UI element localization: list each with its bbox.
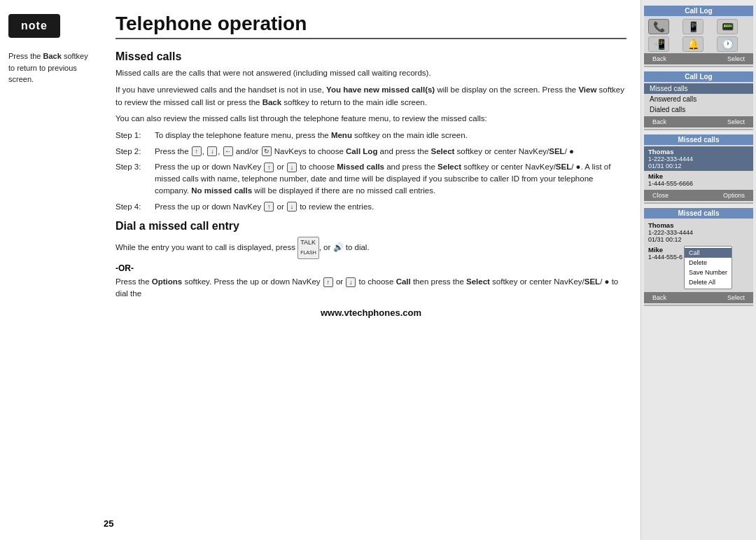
right-panel-inner: Call Log 📞 📱 📟 📲 🔔 🕐 Back Select Call Lo… [641,0,756,540]
page-number: 25 [104,518,113,529]
widget4-select-btn[interactable]: Select [723,293,749,302]
call-num-thomas-2: 1-222-333-4444 [648,229,749,236]
widget3-buttons: Close Options [644,190,753,201]
option-call[interactable]: Call [685,248,732,258]
step-3-label: Step 3: [115,161,149,198]
step-3: Step 3: Press the up or down NavKey ↑ or… [115,161,626,198]
widget1-back-btn[interactable]: Back [648,55,671,63]
icon-cell-1[interactable]: 📞 [648,19,669,34]
icon-cell-4[interactable]: 📲 [648,36,669,52]
option-save-number[interactable]: Save Number [685,268,732,277]
step-1-label: Step 1: [115,130,149,141]
call-name-thomas-2: Thomas [648,221,749,229]
icon-cell-6[interactable]: 🕐 [717,36,738,52]
speaker-icon: 🔊 [333,241,344,254]
call-entry-mike-2[interactable]: Mike 1-444-555-6 Call Delete Save Number… [644,244,753,291]
widget-missed-calls-list: Missed calls Thomas 1-222-333-4444 01/31… [644,134,753,204]
right-panel: Call Log 📞 📱 📟 📲 🔔 🕐 Back Select Call Lo… [640,0,756,540]
talk-icon: TALKFLASH [298,237,319,259]
step-1-text: To display the telephone feature menu, p… [155,130,626,141]
widget1-buttons: Back Select [644,53,753,64]
section-missed-calls-title: Missed calls [115,50,626,63]
dial-para2: Press the Options softkey. Press the up … [115,276,626,301]
option-delete-all[interactable]: Delete All [685,277,732,287]
widget-missed-calls-options: Missed calls Thomas 1-222-333-4444 01/31… [644,208,753,306]
widget1-icon-grid: 📞 📱 📟 📲 🔔 🕐 [644,16,753,53]
call-num-mike-2: 1-444-555-6 [648,254,682,261]
footer-url: www.vtechphones.com [115,307,626,318]
note-badge: note [8,14,60,38]
widget1-select-btn[interactable]: Select [723,55,749,63]
icon-cell-5[interactable]: 🔔 [682,36,704,52]
widget4-body: Thomas 1-222-333-4444 01/31 00:12 Mike 1… [644,219,753,292]
widget3-header: Missed calls [644,134,753,145]
missed-calls-para3: You can also review the missed calls lis… [115,113,626,125]
widget4-header: Missed calls [644,208,753,219]
step-2: Step 2: Press the ↑, ↓, ← and/or ↻ NavKe… [115,146,626,158]
call-num-thomas: 1-222-333-4444 [648,155,749,162]
call-name-mike-2: Mike [648,246,682,254]
option-delete[interactable]: Delete [685,258,732,268]
step-2-text: Press the ↑, ↓, ← and/or ↻ NavKeys to ch… [155,146,626,158]
icon-cell-2[interactable]: 📱 [682,19,704,34]
dial-para1: While the entry you want to call is disp… [115,237,626,259]
widget3-options-btn[interactable]: Options [719,191,749,200]
menu-item-dialed[interactable]: Dialed calls [644,104,753,115]
page-title: Telephone operation [115,13,626,39]
widget4-buttons: Back Select [644,292,753,303]
step-3-text: Press the up or down NavKey ↑ or ↓ to ch… [155,161,626,198]
section-dial-title: Dial a missed call entry [115,220,626,233]
call-num-mike: 1-444-555-6666 [648,180,749,187]
widget2-header: Call Log [644,71,753,82]
widget2-back-btn[interactable]: Back [648,118,671,126]
widget-call-log-menu: Call Log Missed calls Answered calls Dia… [644,71,753,130]
step-4: Step 4: Press the up or down NavKey ↑ or… [115,201,626,213]
icon-cell-3[interactable]: 📟 [717,19,738,34]
call-name-mike: Mike [648,172,749,180]
call-entry-thomas[interactable]: Thomas 1-222-333-4444 01/31 00:12 [644,146,753,171]
missed-calls-para1: Missed calls are the calls that were not… [115,67,626,80]
widget-call-log-icons: Call Log 📞 📱 📟 📲 🔔 🕐 Back Select [644,6,753,67]
steps-list: Step 1: To display the telephone feature… [115,130,626,213]
sidebar-note: Press the Back softkey to return to prev… [8,50,93,85]
left-sidebar: note Press the Back softkey to return to… [0,0,102,540]
menu-item-missed[interactable]: Missed calls [644,83,753,94]
widget2-menu: Missed calls Answered calls Dialed calls [644,82,753,116]
widget3-body: Thomas 1-222-333-4444 01/31 00:12 Mike 1… [644,145,753,190]
menu-item-answered[interactable]: Answered calls [644,94,753,104]
call-entry-mike[interactable]: Mike 1-444-555-6666 [644,171,753,188]
call-entry-thomas-2[interactable]: Thomas 1-222-333-4444 01/31 00:12 [644,220,753,244]
widget4-back-btn[interactable]: Back [648,293,671,302]
call-time-thomas-2: 01/31 00:12 [648,236,749,243]
step-4-text: Press the up or down NavKey ↑ or ↓ to re… [155,201,626,213]
main-content: Telephone operation Missed calls Missed … [102,0,640,540]
options-popup: Call Delete Save Number Delete All [684,246,732,289]
widget2-select-btn[interactable]: Select [723,118,749,126]
widget2-buttons: Back Select [644,116,753,127]
missed-calls-para2: If you have unreviewed calls and the han… [115,84,626,109]
step-4-label: Step 4: [115,201,149,213]
call-time-thomas: 01/31 00:12 [648,162,749,169]
widget1-header: Call Log [644,6,753,16]
step-1: Step 1: To display the telephone feature… [115,130,626,141]
widget3-close-btn[interactable]: Close [648,191,673,200]
step-2-label: Step 2: [115,146,149,158]
call-name-thomas: Thomas [648,148,749,155]
or-line: -OR- [115,263,626,273]
